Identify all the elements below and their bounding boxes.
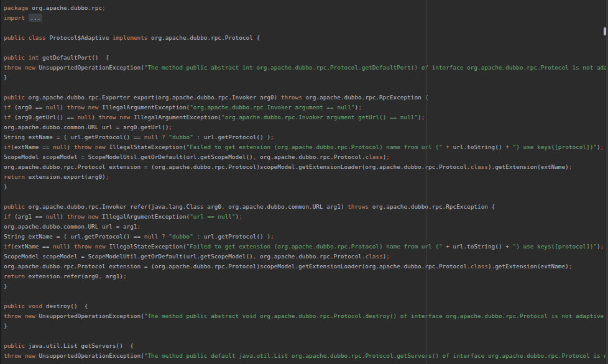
code-line: package org.apache.dubbo.rpc;: [4, 3, 608, 13]
code-line: public class Protocol$Adaptive implement…: [4, 33, 608, 43]
code-line: }: [4, 73, 608, 83]
code-line: import ...: [4, 13, 608, 23]
code-line: throw new UnsupportedOperationException(…: [4, 63, 608, 73]
code-area[interactable]: package org.apache.dubbo.rpc;import ...p…: [4, 3, 608, 364]
code-line: }: [4, 281, 608, 291]
code-line: }: [4, 182, 608, 192]
code-line: ScopeModel scopeModel = ScopeModelUtil.g…: [4, 152, 608, 162]
code-line: String extName = ( url.getProtocol() == …: [4, 132, 608, 142]
code-line: public int getDefaultPort() {: [4, 53, 608, 63]
code-line: if (arg0.getUrl() == null) throw new Ill…: [4, 112, 608, 122]
code-line: return extension.refer(arg0, arg1);: [4, 271, 608, 281]
code-line: public org.apache.dubbo.rpc.Exporter exp…: [4, 93, 608, 102]
code-line: public void destroy() {: [4, 301, 608, 311]
code-line: org.apache.dubbo.rpc.Protocol extension …: [4, 262, 608, 271]
code-line: if (arg1 == null) throw new IllegalArgum…: [4, 212, 608, 222]
code-editor[interactable]: package org.apache.dubbo.rpc;import ...p…: [0, 0, 608, 364]
code-line: [4, 43, 608, 53]
code-line: return extension.export(arg0);: [4, 172, 608, 182]
code-line: String extName = ( url.getProtocol() == …: [4, 232, 608, 242]
code-line: org.apache.dubbo.common.URL url = arg0.g…: [4, 122, 608, 132]
code-line: public java.util.List getServers() {: [4, 341, 608, 351]
code-line: org.apache.dubbo.common.URL url = arg1;: [4, 222, 608, 232]
code-line: }: [4, 321, 608, 331]
code-line: [4, 331, 608, 341]
code-line: ScopeModel scopeModel = ScopeModelUtil.g…: [4, 252, 608, 262]
code-line: [4, 83, 608, 93]
code-line: [4, 192, 608, 202]
code-line: public org.apache.dubbo.rpc.Invoker refe…: [4, 202, 608, 212]
code-line: if(extName == null) throw new IllegalSta…: [4, 142, 608, 152]
code-line: throw new UnsupportedOperationException(…: [4, 351, 608, 361]
vertical-scrollbar[interactable]: [602, 0, 608, 364]
editor-left-edge: [0, 0, 1, 364]
code-line: if(extName == null) throw new IllegalSta…: [4, 242, 608, 252]
right-margin-guide: [426, 0, 427, 364]
code-line: throw new UnsupportedOperationException(…: [4, 311, 608, 321]
code-line: [4, 291, 608, 301]
code-line: if (arg0 == null) throw new IllegalArgum…: [4, 102, 608, 112]
code-line: [4, 23, 608, 33]
code-line: org.apache.dubbo.rpc.Protocol extension …: [4, 162, 608, 172]
scrollbar-thumb[interactable]: [604, 27, 606, 35]
